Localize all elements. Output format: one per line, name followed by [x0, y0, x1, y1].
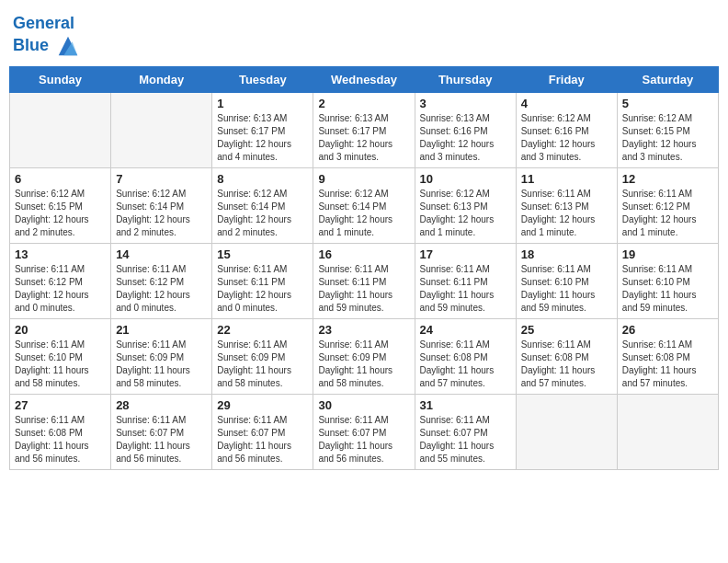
weekday-header-sunday: Sunday	[10, 66, 111, 92]
day-info: Sunrise: 6:11 AM Sunset: 6:10 PM Dayligh…	[15, 339, 106, 390]
day-info: Sunrise: 6:11 AM Sunset: 6:10 PM Dayligh…	[521, 263, 612, 315]
day-number: 13	[15, 247, 106, 261]
day-number: 18	[521, 247, 612, 261]
day-number: 14	[116, 247, 207, 261]
calendar-week-4: 20Sunrise: 6:11 AM Sunset: 6:10 PM Dayli…	[10, 318, 719, 394]
calendar-cell: 1Sunrise: 6:13 AM Sunset: 6:17 PM Daylig…	[212, 92, 313, 167]
day-info: Sunrise: 6:13 AM Sunset: 6:17 PM Dayligh…	[217, 112, 308, 164]
calendar-header-row: SundayMondayTuesdayWednesdayThursdayFrid…	[10, 66, 719, 92]
day-info: Sunrise: 6:11 AM Sunset: 6:12 PM Dayligh…	[622, 188, 713, 239]
day-number: 7	[116, 172, 207, 186]
day-info: Sunrise: 6:11 AM Sunset: 6:07 PM Dayligh…	[318, 414, 409, 465]
calendar-week-5: 27Sunrise: 6:11 AM Sunset: 6:08 PM Dayli…	[10, 394, 719, 469]
day-info: Sunrise: 6:11 AM Sunset: 6:09 PM Dayligh…	[116, 339, 207, 390]
weekday-header-tuesday: Tuesday	[212, 66, 313, 92]
day-number: 8	[217, 172, 308, 186]
day-number: 2	[318, 97, 409, 110]
day-info: Sunrise: 6:11 AM Sunset: 6:08 PM Dayligh…	[622, 339, 713, 390]
calendar-table: SundayMondayTuesdayWednesdayThursdayFrid…	[9, 66, 719, 470]
calendar-cell: 21Sunrise: 6:11 AM Sunset: 6:09 PM Dayli…	[111, 318, 212, 394]
day-number: 1	[217, 97, 308, 110]
calendar-cell: 19Sunrise: 6:11 AM Sunset: 6:10 PM Dayli…	[617, 243, 718, 318]
day-number: 23	[318, 323, 409, 337]
day-number: 12	[622, 172, 713, 186]
day-number: 6	[15, 172, 106, 186]
calendar-cell: 24Sunrise: 6:11 AM Sunset: 6:08 PM Dayli…	[415, 318, 516, 394]
day-info: Sunrise: 6:11 AM Sunset: 6:07 PM Dayligh…	[217, 414, 308, 465]
day-number: 19	[622, 247, 713, 261]
day-info: Sunrise: 6:11 AM Sunset: 6:13 PM Dayligh…	[521, 188, 612, 239]
day-info: Sunrise: 6:12 AM Sunset: 6:15 PM Dayligh…	[622, 112, 713, 164]
weekday-header-saturday: Saturday	[617, 66, 718, 92]
weekday-header-wednesday: Wednesday	[313, 66, 415, 92]
logo: General Blue	[13, 15, 81, 59]
page-header: General Blue	[9, 9, 719, 59]
day-number: 11	[521, 172, 612, 186]
day-info: Sunrise: 6:11 AM Sunset: 6:09 PM Dayligh…	[217, 339, 308, 390]
weekday-header-thursday: Thursday	[415, 66, 516, 92]
logo-icon	[55, 33, 81, 59]
calendar-cell: 31Sunrise: 6:11 AM Sunset: 6:07 PM Dayli…	[415, 394, 516, 469]
calendar-cell: 10Sunrise: 6:12 AM Sunset: 6:13 PM Dayli…	[415, 167, 516, 243]
day-number: 20	[15, 323, 106, 337]
day-number: 22	[217, 323, 308, 337]
day-info: Sunrise: 6:12 AM Sunset: 6:14 PM Dayligh…	[116, 188, 207, 239]
day-number: 17	[420, 247, 511, 261]
calendar-cell	[10, 92, 111, 167]
day-info: Sunrise: 6:11 AM Sunset: 6:12 PM Dayligh…	[116, 263, 207, 315]
calendar-cell: 2Sunrise: 6:13 AM Sunset: 6:17 PM Daylig…	[313, 92, 415, 167]
day-number: 9	[318, 172, 409, 186]
calendar-cell	[617, 394, 718, 469]
day-info: Sunrise: 6:11 AM Sunset: 6:11 PM Dayligh…	[318, 263, 409, 315]
calendar-cell: 13Sunrise: 6:11 AM Sunset: 6:12 PM Dayli…	[10, 243, 111, 318]
day-info: Sunrise: 6:12 AM Sunset: 6:14 PM Dayligh…	[217, 188, 308, 239]
calendar-week-2: 6Sunrise: 6:12 AM Sunset: 6:15 PM Daylig…	[10, 167, 719, 243]
day-number: 4	[521, 97, 612, 110]
day-info: Sunrise: 6:12 AM Sunset: 6:16 PM Dayligh…	[521, 112, 612, 164]
calendar-cell: 5Sunrise: 6:12 AM Sunset: 6:15 PM Daylig…	[617, 92, 718, 167]
calendar-cell: 7Sunrise: 6:12 AM Sunset: 6:14 PM Daylig…	[111, 167, 212, 243]
calendar-cell: 12Sunrise: 6:11 AM Sunset: 6:12 PM Dayli…	[617, 167, 718, 243]
day-number: 30	[318, 398, 409, 412]
calendar-cell: 26Sunrise: 6:11 AM Sunset: 6:08 PM Dayli…	[617, 318, 718, 394]
day-info: Sunrise: 6:13 AM Sunset: 6:16 PM Dayligh…	[420, 112, 511, 164]
calendar-cell: 9Sunrise: 6:12 AM Sunset: 6:14 PM Daylig…	[313, 167, 415, 243]
calendar-body: 1Sunrise: 6:13 AM Sunset: 6:17 PM Daylig…	[10, 92, 719, 469]
day-info: Sunrise: 6:11 AM Sunset: 6:08 PM Dayligh…	[521, 339, 612, 390]
calendar-cell: 11Sunrise: 6:11 AM Sunset: 6:13 PM Dayli…	[516, 167, 617, 243]
calendar-cell: 8Sunrise: 6:12 AM Sunset: 6:14 PM Daylig…	[212, 167, 313, 243]
calendar-week-3: 13Sunrise: 6:11 AM Sunset: 6:12 PM Dayli…	[10, 243, 719, 318]
day-info: Sunrise: 6:11 AM Sunset: 6:11 PM Dayligh…	[420, 263, 511, 315]
calendar-cell: 29Sunrise: 6:11 AM Sunset: 6:07 PM Dayli…	[212, 394, 313, 469]
calendar-cell: 16Sunrise: 6:11 AM Sunset: 6:11 PM Dayli…	[313, 243, 415, 318]
day-info: Sunrise: 6:11 AM Sunset: 6:12 PM Dayligh…	[15, 263, 106, 315]
day-info: Sunrise: 6:12 AM Sunset: 6:14 PM Dayligh…	[318, 188, 409, 239]
day-info: Sunrise: 6:11 AM Sunset: 6:09 PM Dayligh…	[318, 339, 409, 390]
day-number: 10	[420, 172, 511, 186]
calendar-cell: 23Sunrise: 6:11 AM Sunset: 6:09 PM Dayli…	[313, 318, 415, 394]
day-info: Sunrise: 6:11 AM Sunset: 6:07 PM Dayligh…	[116, 414, 207, 465]
calendar-week-1: 1Sunrise: 6:13 AM Sunset: 6:17 PM Daylig…	[10, 92, 719, 167]
calendar-cell: 17Sunrise: 6:11 AM Sunset: 6:11 PM Dayli…	[415, 243, 516, 318]
weekday-header-monday: Monday	[111, 66, 212, 92]
day-number: 21	[116, 323, 207, 337]
calendar-cell: 15Sunrise: 6:11 AM Sunset: 6:11 PM Dayli…	[212, 243, 313, 318]
day-number: 27	[15, 398, 106, 412]
logo-general: General	[13, 14, 74, 32]
day-number: 3	[420, 97, 511, 110]
day-number: 16	[318, 247, 409, 261]
day-info: Sunrise: 6:11 AM Sunset: 6:10 PM Dayligh…	[622, 263, 713, 315]
day-number: 26	[622, 323, 713, 337]
day-info: Sunrise: 6:11 AM Sunset: 6:07 PM Dayligh…	[420, 414, 511, 465]
calendar-cell: 30Sunrise: 6:11 AM Sunset: 6:07 PM Dayli…	[313, 394, 415, 469]
logo-blue: Blue	[13, 36, 49, 54]
calendar-cell: 3Sunrise: 6:13 AM Sunset: 6:16 PM Daylig…	[415, 92, 516, 167]
calendar-cell: 14Sunrise: 6:11 AM Sunset: 6:12 PM Dayli…	[111, 243, 212, 318]
day-number: 28	[116, 398, 207, 412]
day-number: 25	[521, 323, 612, 337]
day-info: Sunrise: 6:11 AM Sunset: 6:11 PM Dayligh…	[217, 263, 308, 315]
day-number: 31	[420, 398, 511, 412]
calendar-cell	[516, 394, 617, 469]
day-number: 15	[217, 247, 308, 261]
day-info: Sunrise: 6:12 AM Sunset: 6:15 PM Dayligh…	[15, 188, 106, 239]
